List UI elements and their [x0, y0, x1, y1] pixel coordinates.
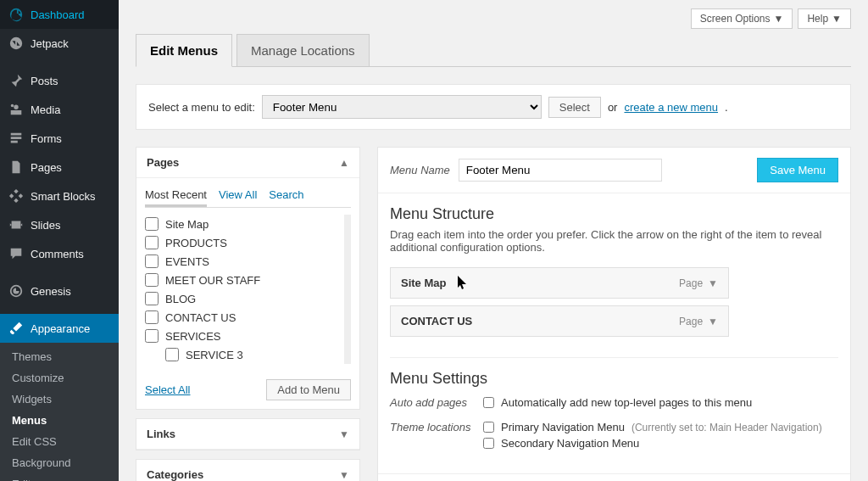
sidebar-label: Comments	[31, 248, 84, 260]
loc-primary-note: (Currently set to: Main Header Navigatio…	[632, 422, 822, 433]
menu-structure-desc: Drag each item into the order you prefer…	[390, 228, 838, 254]
pages-metabox: Pages ▲ Most Recent View All Search Site…	[136, 147, 360, 410]
submenu-editor[interactable]: Editor	[0, 473, 119, 481]
checkbox[interactable]	[145, 254, 159, 268]
checkbox[interactable]	[145, 292, 159, 305]
auto-add-label: Auto add pages	[390, 396, 483, 412]
page-checkbox-item[interactable]: Site Map	[145, 215, 341, 233]
chevron-down-icon: ▼	[708, 277, 718, 289]
checkbox[interactable]	[165, 348, 179, 361]
select-button[interactable]: Select	[548, 97, 601, 118]
submenu-background[interactable]: Background	[0, 452, 119, 473]
sidebar-item-forms[interactable]: Forms	[0, 124, 119, 153]
page-label: BLOG	[165, 293, 196, 305]
menu-name-label: Menu Name	[390, 164, 450, 176]
auto-cb-label: Automatically add new top-level pages to…	[501, 396, 752, 409]
submenu-editcss[interactable]: Edit CSS	[0, 431, 119, 452]
comments-icon	[8, 246, 24, 261]
sidebar-item-comments[interactable]: Comments	[0, 239, 119, 268]
or-text: or	[608, 101, 618, 114]
screen-options-button[interactable]: Screen Options ▼	[691, 8, 793, 29]
sidebar-item-genesis[interactable]: Genesis	[0, 277, 119, 305]
page-label: EVENTS	[165, 255, 209, 268]
pin-icon	[8, 73, 24, 88]
page-list[interactable]: Site Map PRODUCTS EVENTS MEET OUR STAFF …	[145, 215, 351, 364]
type-label: Page	[679, 277, 703, 289]
submenu-widgets[interactable]: Widgets	[0, 389, 119, 410]
save-menu-button[interactable]: Save Menu	[757, 158, 838, 182]
help-button[interactable]: Help ▼	[798, 8, 851, 29]
categories-metabox-header[interactable]: Categories ▼	[136, 460, 359, 481]
checkbox[interactable]	[145, 273, 159, 287]
menu-item-type[interactable]: Page ▼	[679, 277, 718, 289]
page-checkbox-item[interactable]: EVENTS	[145, 252, 341, 271]
select-all-link[interactable]: Select All	[145, 383, 190, 396]
checkbox[interactable]	[145, 217, 159, 231]
checkbox[interactable]	[483, 397, 494, 408]
submenu-themes[interactable]: Themes	[0, 346, 119, 367]
page-checkbox-item[interactable]: PRODUCTS	[145, 233, 341, 252]
sidebar-item-slides[interactable]: Slides	[0, 210, 119, 239]
menu-select-row: Select a menu to edit: Footer Menu Selec…	[136, 84, 851, 130]
submenu-customize[interactable]: Customize	[0, 367, 119, 389]
genesis-icon	[8, 283, 24, 299]
jetpack-icon	[8, 36, 24, 51]
sidebar-item-jetpack[interactable]: Jetpack	[0, 29, 119, 58]
content-area: Screen Options ▼ Help ▼ Edit Menus Manag…	[119, 0, 868, 481]
checkbox[interactable]	[145, 236, 159, 249]
checkbox[interactable]	[145, 329, 159, 343]
media-icon	[8, 102, 24, 117]
page-checkbox-item[interactable]: SERVICES	[145, 327, 341, 345]
links-title: Links	[147, 428, 175, 440]
page-checkbox-item[interactable]: BLOG	[145, 289, 341, 308]
auto-add-checkbox-row[interactable]: Automatically add new top-level pages to…	[483, 396, 752, 409]
add-to-menu-button[interactable]: Add to Menu	[266, 379, 351, 400]
page-label: PRODUCTS	[165, 237, 227, 249]
period: .	[725, 101, 728, 114]
page-checkbox-item[interactable]: CONTACT US	[145, 308, 341, 327]
submenu-menus[interactable]: Menus	[0, 410, 119, 431]
tab-manage-locations[interactable]: Manage Locations	[236, 34, 370, 67]
menu-name-input[interactable]	[459, 159, 662, 182]
tab-edit-menus[interactable]: Edit Menus	[136, 34, 232, 67]
sidebar-item-posts[interactable]: Posts	[0, 66, 119, 95]
menu-item[interactable]: CONTACT US Page ▼	[390, 305, 729, 337]
sidebar-item-appearance[interactable]: Appearance	[0, 314, 119, 343]
sidebar-label: Media	[31, 103, 60, 116]
tab-search[interactable]: Search	[269, 185, 303, 207]
checkbox[interactable]	[483, 438, 494, 449]
pages-title: Pages	[147, 156, 179, 169]
page-checkbox-item[interactable]: SERVICE 3	[165, 345, 341, 364]
sidebar-label: Dashboard	[31, 8, 85, 21]
menu-header: Menu Name Save Menu	[378, 148, 850, 193]
page-label: SERVICE 3	[186, 349, 243, 361]
svg-point-0	[10, 37, 22, 49]
categories-metabox: Categories ▼	[136, 459, 360, 481]
sidebar-label: Genesis	[31, 285, 71, 298]
checkbox[interactable]	[483, 422, 494, 433]
pages-metabox-header[interactable]: Pages ▲	[136, 148, 359, 178]
page-checkbox-item[interactable]: MEET OUR STAFF	[145, 271, 341, 289]
help-label: Help	[807, 13, 828, 25]
loc-primary-row[interactable]: Primary Navigation Menu (Currently set t…	[483, 421, 822, 433]
sidebar-item-media[interactable]: Media	[0, 95, 119, 124]
menu-item-type[interactable]: Page ▼	[679, 316, 718, 327]
loc-secondary-row[interactable]: Secondary Navigation Menu	[483, 437, 822, 450]
checkbox[interactable]	[145, 310, 159, 324]
chevron-up-icon: ▲	[339, 157, 349, 169]
create-menu-link[interactable]: create a new menu	[624, 101, 718, 114]
slides-icon	[8, 217, 24, 232]
blocks-icon	[8, 188, 24, 204]
tab-view-all[interactable]: View All	[219, 185, 257, 207]
sidebar-item-pages[interactable]: Pages	[0, 153, 119, 182]
sidebar-label: Pages	[31, 161, 62, 174]
sidebar-item-smartblocks[interactable]: Smart Blocks	[0, 182, 119, 210]
menu-item[interactable]: Site Map Page ▼	[390, 267, 729, 299]
theme-locations-label: Theme locations	[390, 421, 483, 453]
tab-most-recent[interactable]: Most Recent	[145, 185, 207, 207]
links-metabox-header[interactable]: Links ▼	[136, 419, 359, 450]
sidebar-item-dashboard[interactable]: Dashboard	[0, 0, 119, 29]
menu-select[interactable]: Footer Menu	[262, 95, 542, 119]
sidebar-label: Appearance	[31, 322, 90, 335]
appearance-submenu: Themes Customize Widgets Menus Edit CSS …	[0, 343, 119, 481]
